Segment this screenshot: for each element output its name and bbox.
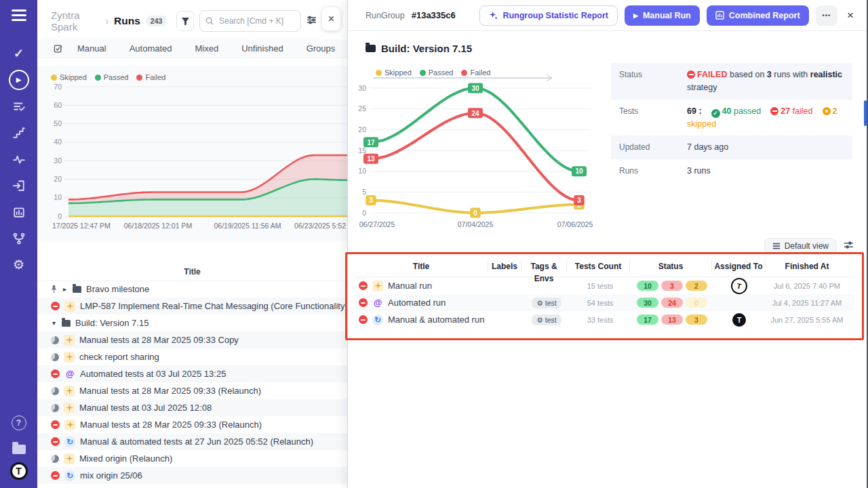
chevron-down-icon[interactable]: ▾ — [51, 319, 57, 327]
run-list-item[interactable]: ↻Manual & automated tests at 27 Jun 2025… — [37, 433, 347, 450]
legend-item-failed[interactable]: Failed — [136, 73, 165, 81]
sidebar-item-help[interactable]: ? — [0, 409, 37, 436]
legend-item-passed[interactable]: Passed — [420, 68, 454, 77]
run-title: Manual & automated tests at 27 Jun 2025 … — [80, 436, 313, 447]
run-list-item[interactable]: Mixed origin (Relaunch) — [37, 450, 347, 467]
table-row[interactable]: @Automated run ⚙test 54 tests 30240 Jul … — [355, 294, 854, 311]
legend-item-skipped[interactable]: Skipped — [376, 68, 412, 77]
legend-dot-icon — [420, 70, 426, 76]
table-row[interactable]: ↻Manual & automated run ⚙test 33 tests 1… — [355, 311, 854, 328]
column-header[interactable]: Tests Count — [566, 260, 629, 272]
sliders-icon — [844, 240, 854, 250]
hamburger-menu-icon[interactable] — [12, 9, 26, 21]
manual-run-icon — [64, 335, 75, 346]
stacked-area-chart: 01020304050607017/2025 12:47 PM06/18/202… — [51, 66, 347, 235]
tab-groups[interactable]: Groups — [295, 43, 347, 54]
run-title: Manual tests at 28 Mar 2025 09:33 (Relau… — [80, 420, 262, 430]
combined-report-button[interactable]: Combined Report — [707, 5, 809, 26]
info-row-updated: Updated 7 days ago — [611, 136, 852, 159]
mixed-run-icon: ↻ — [64, 470, 75, 481]
run-list-item[interactable]: @Automated tests at 03 Jul 2025 13:25 — [37, 365, 347, 382]
svg-text:70: 70 — [54, 83, 62, 91]
rungroup-statistic-report-button[interactable]: Rungroup Statistic Report — [479, 5, 618, 26]
run-list-item[interactable]: Manual tests at 28 Mar 2025 09:33 Copy — [37, 331, 347, 348]
column-header[interactable]: Finished At — [765, 260, 848, 272]
table-settings-button[interactable] — [844, 240, 854, 252]
chevron-right-icon[interactable]: ▸ — [62, 285, 68, 293]
failed-dot-icon — [687, 70, 695, 79]
run-title: Manual tests at 28 Mar 2025 09:33 (Relau… — [79, 386, 261, 396]
tab-mixed[interactable]: Mixed — [184, 43, 231, 54]
drawer-close-button[interactable]: × — [844, 9, 856, 22]
svg-text:15: 15 — [358, 146, 366, 155]
column-header[interactable]: Labels — [488, 260, 521, 272]
tab-unfinished[interactable]: Unfinished — [230, 43, 294, 54]
manual-run-icon — [372, 281, 383, 291]
sidebar-item-import[interactable] — [0, 172, 37, 199]
sidebar-item-analytics[interactable] — [0, 199, 37, 225]
gear-icon: ⚙ — [536, 316, 542, 324]
rungroup-id: #13a335c6 — [412, 10, 456, 20]
sidebar-item-milestones[interactable] — [0, 119, 37, 146]
run-list-item[interactable]: ▸Bravo milestone — [37, 281, 347, 298]
tag-chip[interactable]: ⚙test — [532, 314, 561, 325]
close-icon: × — [328, 13, 334, 25]
svg-text:17: 17 — [367, 139, 375, 146]
view-settings-button[interactable] — [307, 15, 317, 27]
column-header[interactable]: Title — [355, 260, 488, 272]
search-box[interactable] — [199, 10, 301, 32]
info-value: 69 :✓40 passed27 failed2 skipped — [687, 105, 844, 131]
more-actions-button[interactable]: ••• — [816, 5, 837, 26]
panel-close-button[interactable]: × — [322, 7, 340, 30]
sidebar-item-settings[interactable]: ⚙ — [0, 251, 37, 278]
run-list-item[interactable]: LMP-587 Implement Real-Time Chat Messagi… — [37, 298, 347, 314]
legend-item-failed[interactable]: Failed — [461, 68, 490, 77]
status-chip-failed: 24 — [661, 298, 683, 308]
svg-text:10: 10 — [575, 167, 583, 175]
svg-text:60: 60 — [54, 101, 62, 109]
run-title: mix origin 25/06 — [80, 470, 142, 481]
select-runs-icon[interactable] — [54, 44, 63, 54]
sidebar-item-branches[interactable] — [0, 225, 37, 251]
filter-button[interactable] — [176, 11, 194, 31]
info-label: Tests — [619, 105, 687, 131]
run-list-item[interactable]: Manual tests at 28 Mar 2025 09:33 (Relau… — [37, 416, 347, 433]
column-header[interactable]: Status — [629, 260, 711, 272]
table-row[interactable]: Manual run 15 tests 1032 T Jul 6, 2025 7… — [355, 277, 854, 294]
column-header[interactable]: Assigned To — [711, 260, 765, 272]
sliders-icon — [307, 15, 317, 25]
run-title: Manual tests at 28 Mar 2025 09:33 Copy — [79, 335, 239, 345]
column-header[interactable]: Tags & Envs — [521, 260, 566, 272]
run-list-item[interactable]: ↻mix origin 25/06 — [37, 467, 347, 484]
skipped-dot-icon — [823, 107, 831, 115]
sidebar-item-tests[interactable]: ✓ — [0, 40, 37, 66]
tab-manual[interactable]: Manual — [66, 43, 118, 54]
run-list-item[interactable]: Manual tests at 28 Mar 2025 09:33 (Relau… — [37, 382, 347, 399]
failed-dot-icon — [770, 107, 778, 115]
legend-item-skipped[interactable]: Skipped — [51, 73, 87, 81]
run-list-item[interactable]: Manual tests at 03 Jul 2025 12:08 — [37, 399, 347, 416]
run-list-item[interactable]: ▾Build: Version 7.15 — [37, 314, 347, 331]
tag-chip[interactable]: ⚙test — [532, 298, 561, 308]
run-title: Manual tests at 03 Jul 2025 12:08 — [79, 403, 212, 413]
sidebar-item-runs[interactable]: ▶ — [0, 66, 37, 93]
pin-icon — [51, 285, 57, 293]
sidebar-item-pulse[interactable] — [0, 146, 37, 172]
user-avatar[interactable]: T — [10, 462, 28, 480]
sidebar-item-docs[interactable] — [0, 436, 37, 462]
sidebar-item-plans[interactable] — [0, 93, 37, 119]
manual-run-button[interactable]: ▶ Manual Run — [625, 5, 700, 26]
breadcrumb-project[interactable]: Zyntra Spark — [51, 9, 100, 33]
legend-item-passed[interactable]: Passed — [95, 73, 129, 81]
search-input[interactable] — [218, 16, 295, 26]
passed-check-icon: ✓ — [711, 109, 720, 118]
default-view-button[interactable]: Default view — [764, 238, 837, 254]
svg-text:06/27/2025: 06/27/2025 — [359, 220, 395, 228]
run-filter-tabs: ManualAutomatedMixedUnfinishedGroups tes… — [37, 39, 347, 58]
svg-text:06/23/2025 5:52 P: 06/23/2025 5:52 P — [294, 222, 347, 230]
automated-run-icon: @ — [372, 298, 383, 308]
run-list-item[interactable]: check report sharing — [37, 348, 347, 365]
tab-automated[interactable]: Automated — [118, 43, 184, 54]
folder-icon — [366, 45, 376, 52]
rungroup-header: RunGroup #13a335c6 Rungroup Statistic Re… — [348, 0, 868, 31]
